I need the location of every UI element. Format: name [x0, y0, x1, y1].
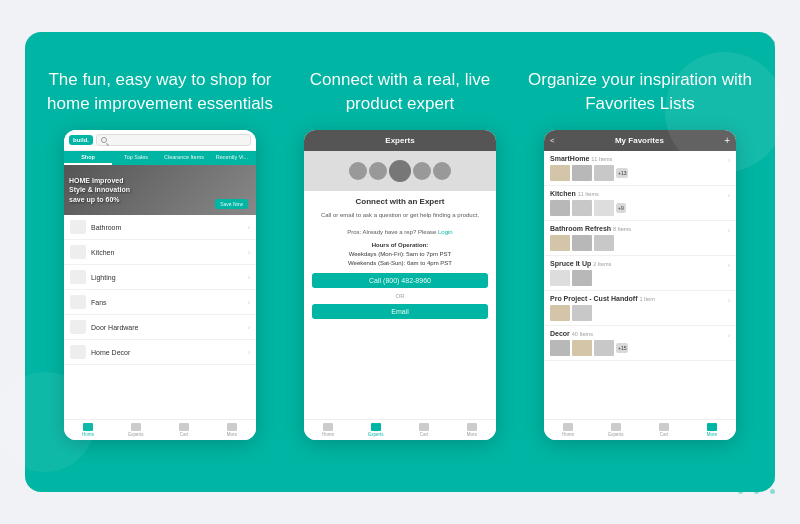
search-icon — [101, 137, 107, 143]
fav-nav-more[interactable]: More — [688, 423, 736, 437]
product-thumbnail — [550, 270, 570, 286]
chevron-right-icon: › — [728, 262, 730, 269]
home-icon — [563, 423, 573, 431]
product-thumbnail — [550, 200, 570, 216]
more-count-badge: +13 — [616, 168, 628, 178]
fav-nav-more-label: More — [707, 432, 717, 437]
main-container: The fun, easy way to shop for home impro… — [25, 32, 775, 492]
call-button[interactable]: Call (800) 482-8960 — [312, 273, 488, 288]
chevron-right-icon: › — [248, 324, 250, 331]
nav-experts-label: Experts — [128, 432, 143, 437]
favorites-section-title: Decor 40 Items — [550, 330, 593, 337]
exp-nav-experts[interactable]: Experts — [352, 423, 400, 437]
fav-nav-home[interactable]: Home — [544, 423, 592, 437]
experts-icon — [371, 423, 381, 431]
favorites-thumbnails: +9 — [550, 200, 730, 216]
hero-save-button[interactable]: Save Now — [215, 199, 248, 209]
more-icon — [227, 423, 237, 431]
list-item[interactable]: Pro Project - Cust Handoff 1 Item › — [544, 291, 736, 326]
product-thumbnail — [572, 340, 592, 356]
list-item[interactable]: Kitchen › — [64, 240, 256, 265]
fav-nav-experts[interactable]: Experts — [592, 423, 640, 437]
app-search-bar[interactable] — [96, 134, 251, 146]
chevron-right-icon: › — [248, 299, 250, 306]
favorites-section-title: Kitchen 11 Items — [550, 190, 599, 197]
favorites-thumbnails — [550, 270, 730, 286]
favorites-thumbnails — [550, 305, 730, 321]
fav-nav-cart-label: Cart — [660, 432, 669, 437]
avatar — [369, 162, 387, 180]
nav-cart[interactable]: Cart — [160, 423, 208, 437]
favorites-bottom-navigation: Home Experts Cart More — [544, 419, 736, 440]
exp-nav-cart-label: Cart — [420, 432, 429, 437]
product-thumbnail — [594, 200, 614, 216]
list-item[interactable]: Kitchen 11 Items › +9 — [544, 186, 736, 221]
tab-clearance[interactable]: Clearance Items — [160, 151, 208, 165]
product-thumbnail — [572, 305, 592, 321]
product-thumbnail — [594, 340, 614, 356]
avatar — [349, 162, 367, 180]
list-item[interactable]: Lighting › — [64, 265, 256, 290]
phone-mockup-experts: Experts Connect with an Expert Call or e… — [304, 130, 496, 440]
list-item[interactable]: Door Hardware › — [64, 315, 256, 340]
favorites-thumbnails — [550, 235, 730, 251]
avatar — [433, 162, 451, 180]
phone-mockup-shop: build. Shop Top Sales Clearance Items Re… — [64, 130, 256, 440]
chevron-right-icon: › — [248, 349, 250, 356]
list-item[interactable]: Home Decor › — [64, 340, 256, 365]
product-thumbnail — [594, 165, 614, 181]
fav-nav-cart[interactable]: Cart — [640, 423, 688, 437]
experts-connect-title: Connect with an Expert — [312, 197, 488, 206]
chevron-right-icon: › — [248, 249, 250, 256]
product-thumbnail — [594, 235, 614, 251]
chevron-right-icon: › — [728, 227, 730, 234]
back-icon[interactable]: < — [550, 136, 555, 145]
chevron-right-icon: › — [728, 297, 730, 304]
favorites-section-title: Spruce It Up 2 Items — [550, 260, 611, 267]
email-button[interactable]: Email — [312, 304, 488, 319]
exp-nav-cart[interactable]: Cart — [400, 423, 448, 437]
more-count-badge: +9 — [616, 203, 626, 213]
exp-nav-more[interactable]: More — [448, 423, 496, 437]
product-thumbnail — [550, 235, 570, 251]
exp-nav-more-label: More — [467, 432, 477, 437]
tab-recent[interactable]: Recently Vi... — [208, 151, 256, 165]
list-item[interactable]: Spruce It Up 2 Items › — [544, 256, 736, 291]
tab-top-sales[interactable]: Top Sales — [112, 151, 160, 165]
nav-tabs: Shop Top Sales Clearance Items Recently … — [64, 151, 256, 165]
more-icon — [707, 423, 717, 431]
fav-nav-home-label: Home — [562, 432, 574, 437]
list-item[interactable]: Fans › — [64, 290, 256, 315]
panel-experts: Connect with a real, live product expert… — [285, 68, 515, 440]
chevron-right-icon: › — [248, 224, 250, 231]
nav-experts[interactable]: Experts — [112, 423, 160, 437]
product-thumbnail — [572, 165, 592, 181]
list-item[interactable]: Bathroom › — [64, 215, 256, 240]
bg-decoration-2 — [0, 372, 95, 472]
or-divider: OR — [312, 293, 488, 299]
category-label: Lighting — [91, 274, 243, 281]
category-icon — [70, 220, 86, 234]
exp-nav-home[interactable]: Home — [304, 423, 352, 437]
experts-content: Connect with an Expert Call or email to … — [304, 191, 496, 419]
experts-icon — [131, 423, 141, 431]
category-icon — [70, 245, 86, 259]
product-thumbnail — [550, 165, 570, 181]
app-logo: build. — [69, 135, 93, 145]
list-item[interactable]: Bathroom Refresh 8 Items › — [544, 221, 736, 256]
panel-experts-title: Connect with a real, live product expert — [285, 68, 515, 116]
category-icon — [70, 345, 86, 359]
category-label: Home Decor — [91, 349, 243, 356]
nav-more-label: More — [227, 432, 237, 437]
favorites-section-title: Bathroom Refresh 8 Items — [550, 225, 631, 232]
panel-shop-title: The fun, easy way to shop for home impro… — [45, 68, 275, 116]
tab-shop[interactable]: Shop — [64, 151, 112, 165]
app-header: build. — [64, 130, 256, 151]
phone-mockup-favorites: < My Favorites + SmartHome 11 Items › — [544, 130, 736, 440]
avatar — [389, 160, 411, 182]
list-item[interactable]: Decor 40 Items › +15 — [544, 326, 736, 361]
experts-bottom-navigation: Home Experts Cart More — [304, 419, 496, 440]
favorites-section-title: Pro Project - Cust Handoff 1 Item — [550, 295, 655, 302]
chevron-right-icon: › — [728, 192, 730, 199]
nav-more[interactable]: More — [208, 423, 256, 437]
